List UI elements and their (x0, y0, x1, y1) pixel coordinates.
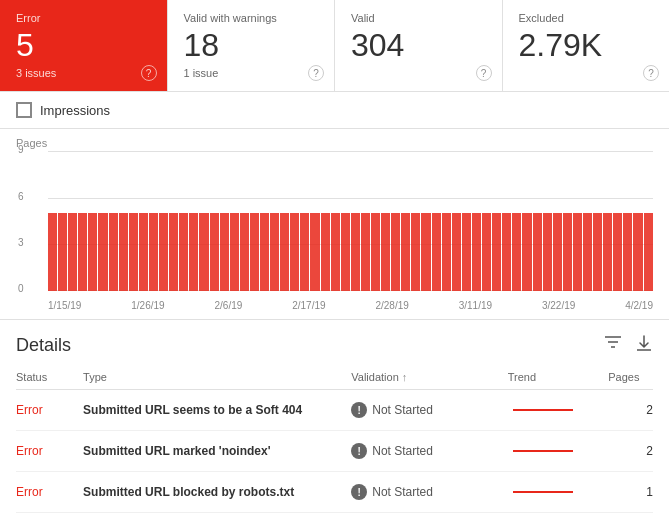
chart-bar (300, 213, 309, 291)
alert-icon: ! (351, 484, 367, 500)
excluded-help[interactable]: ? (643, 65, 659, 81)
excluded-label: Excluded (519, 12, 654, 24)
valid-label: Valid (351, 12, 486, 24)
chart-bar (492, 213, 501, 291)
row-pages: 2 (608, 431, 653, 472)
chart-area: Pages 9 6 3 0 1/15/191/26/192/6/192/17/1… (0, 129, 669, 320)
chart-bar (522, 213, 531, 291)
not-started-label: Not Started (372, 403, 433, 417)
x-label: 2/28/19 (375, 300, 408, 311)
chart-bar (502, 213, 511, 291)
chart-bar (240, 213, 249, 291)
x-label: 1/26/19 (131, 300, 164, 311)
chart-bar (351, 213, 360, 291)
chart-bar (391, 213, 400, 291)
chart-bar (321, 213, 330, 291)
chart-bar (139, 213, 148, 291)
th-validation[interactable]: Validation ↑ (351, 365, 507, 390)
alert-icon: ! (351, 402, 367, 418)
details-header: Details (16, 320, 653, 365)
row-pages: 2 (608, 390, 653, 431)
chart-bar (401, 213, 410, 291)
th-status: Status (16, 365, 83, 390)
warnings-help[interactable]: ? (308, 65, 324, 81)
y-3: 3 (18, 237, 24, 248)
not-started-label: Not Started (372, 485, 433, 499)
chart-bar (310, 213, 319, 291)
chart-bar (149, 213, 158, 291)
chart-bar (98, 213, 107, 291)
chart-bar (109, 213, 118, 291)
x-label: 3/22/19 (542, 300, 575, 311)
trend-chart (508, 482, 578, 502)
th-trend: Trend (508, 365, 609, 390)
chart-bar (644, 213, 653, 291)
chart-bar (129, 213, 138, 291)
filter-icon[interactable] (603, 334, 623, 357)
row-trend (508, 431, 609, 472)
chart-bar (220, 213, 229, 291)
warnings-value: 18 (184, 28, 319, 63)
row-validation: ! Not Started (351, 431, 507, 472)
details-title: Details (16, 335, 71, 356)
chart-bar (250, 213, 259, 291)
x-label: 2/6/19 (215, 300, 243, 311)
chart-bar (573, 213, 582, 291)
chart-bar (603, 213, 612, 291)
y-0: 0 (18, 283, 24, 294)
row-trend (508, 390, 609, 431)
error-help[interactable]: ? (141, 65, 157, 81)
chart-bar (613, 213, 622, 291)
row-trend (508, 472, 609, 513)
chart-bar (583, 213, 592, 291)
row-validation: ! Not Started (351, 472, 507, 513)
chart-bar (280, 213, 289, 291)
trend-chart (508, 441, 578, 461)
error-card: Error 5 3 issues ? (0, 0, 168, 91)
y-6: 6 (18, 191, 24, 202)
summary-bar: Error 5 3 issues ? Valid with warnings 1… (0, 0, 669, 92)
chart-bar (512, 213, 521, 291)
th-type: Type (83, 365, 351, 390)
row-status: Error (16, 472, 83, 513)
x-label: 4/2/19 (625, 300, 653, 311)
chart-bar (633, 213, 642, 291)
chart-bar (199, 213, 208, 291)
table-row: ErrorSubmitted URL blocked by robots.txt… (16, 472, 653, 513)
chart-bar (179, 213, 188, 291)
table-header-row: Status Type Validation ↑ Trend Pages (16, 365, 653, 390)
chart-bar (361, 213, 370, 291)
chart-bar (48, 213, 57, 291)
chart-bar (210, 213, 219, 291)
row-type: Submitted URL seems to be a Soft 404 (83, 390, 351, 431)
excluded-card: Excluded 2.79K ? (503, 0, 670, 91)
chart-bar (270, 213, 279, 291)
impressions-toggle[interactable]: Impressions (0, 92, 669, 129)
chart-bar (543, 213, 552, 291)
chart-container: 9 6 3 0 1/15/191/26/192/6/192/17/192/28/… (16, 151, 653, 311)
chart-bar (78, 213, 87, 291)
warnings-label: Valid with warnings (184, 12, 319, 24)
not-started-label: Not Started (372, 444, 433, 458)
bars-wrapper (48, 151, 653, 291)
valid-help[interactable]: ? (476, 65, 492, 81)
download-icon[interactable] (635, 334, 653, 357)
chart-bar (68, 213, 77, 291)
chart-bar (553, 213, 562, 291)
warnings-card: Valid with warnings 18 1 issue ? (168, 0, 336, 91)
chart-bar (381, 213, 390, 291)
x-axis: 1/15/191/26/192/6/192/17/192/28/193/11/1… (48, 300, 653, 311)
excluded-value: 2.79K (519, 28, 654, 63)
error-sublabel: 3 issues (16, 67, 151, 79)
impressions-label: Impressions (40, 103, 110, 118)
row-status: Error (16, 390, 83, 431)
chart-bar (159, 213, 168, 291)
chart-bar (462, 213, 471, 291)
error-label: Error (16, 12, 151, 24)
chart-bar (88, 213, 97, 291)
impressions-checkbox[interactable] (16, 102, 32, 118)
details-table: Status Type Validation ↑ Trend Pages Err… (16, 365, 653, 513)
trend-chart (508, 400, 578, 420)
chart-bar (593, 213, 602, 291)
th-pages: Pages (608, 365, 653, 390)
